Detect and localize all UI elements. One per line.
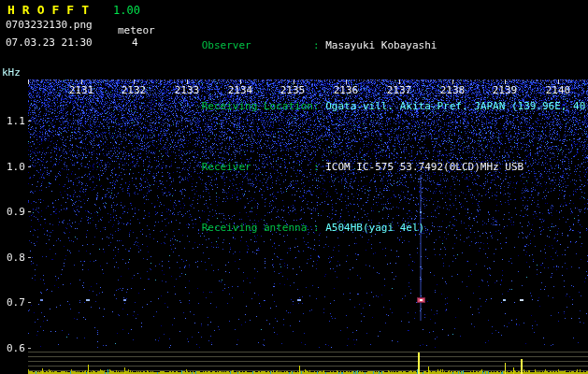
app-version: 1.00 — [113, 4, 140, 17]
info-row: ObserverMasayuki Kobayashi — [165, 27, 588, 64]
x-tick-label: 2140 — [545, 84, 571, 96]
colon-separator — [313, 100, 325, 112]
hrofft-window: HROFFT 1.00 0703232130.png meteor 07.03.… — [0, 0, 588, 374]
info-value: Masayuki Kobayashi — [325, 39, 437, 51]
info-value: Ogata-vill. Akita-Pref. JAPAN (139.96E, … — [325, 100, 588, 112]
info-label: Receiving Location — [202, 100, 313, 112]
mode-label: meteor — [118, 25, 155, 36]
meteor-count: 4 — [132, 37, 138, 49]
colon-separator — [313, 39, 325, 51]
timestamp-label: 07.03.23 21:30 — [6, 37, 93, 49]
x-tick-label: 2138 — [439, 84, 466, 96]
colon-separator — [313, 222, 325, 234]
info-label: Receiver — [202, 161, 313, 173]
x-tick-label: 2139 — [492, 84, 518, 96]
x-tick-label: 2133 — [174, 84, 200, 96]
y-tick-label: 1.1 — [7, 115, 25, 127]
filename-label: 0703232130.png — [6, 20, 93, 31]
y-tick-label: 0.6 — [7, 342, 25, 354]
x-tick-label: 2135 — [280, 84, 306, 96]
info-row: ReceiverICOM IC-575 53.7492(0LCD)MHz USB — [165, 149, 588, 185]
x-tick-label: 2136 — [333, 84, 359, 96]
info-row: Receiving antennaA504HB(yagi 4el) — [165, 209, 588, 246]
y-tick-label: 1.0 — [7, 161, 25, 173]
y-tick-label: 0.7 — [7, 296, 25, 309]
x-tick-label: 2132 — [121, 84, 147, 96]
x-tick-label: 2137 — [386, 84, 412, 96]
info-value: A504HB(yagi 4el) — [325, 222, 424, 234]
info-value: ICOM IC-575 53.7492(0LCD)MHz USB — [325, 161, 523, 173]
station-info: ObserverMasayuki Kobayashi Receiving Loc… — [165, 3, 588, 270]
x-tick-label: 2134 — [227, 84, 253, 96]
colon-separator — [313, 161, 325, 173]
x-tick-label: 2131 — [68, 84, 94, 96]
app-title: HROFFT — [7, 3, 96, 17]
y-axis-unit: kHz — [2, 66, 21, 79]
y-tick-label: 0.9 — [7, 206, 25, 218]
y-tick-label: 0.8 — [7, 252, 25, 264]
info-label: Observer — [202, 39, 313, 51]
info-label: Receiving antenna — [202, 222, 313, 234]
